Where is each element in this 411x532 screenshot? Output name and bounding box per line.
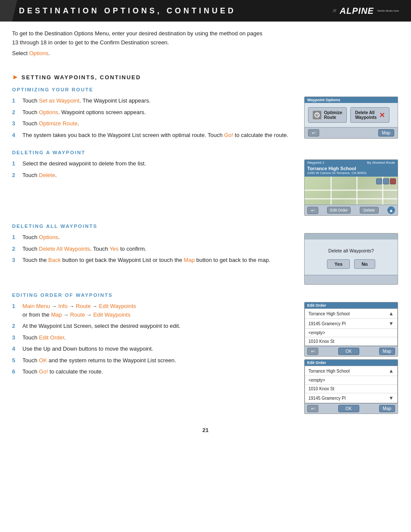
map-link[interactable]: Map: [184, 257, 195, 263]
optimize-route-button[interactable]: Optimize Route: [308, 107, 347, 123]
options-link[interactable]: Options: [29, 50, 49, 56]
yes-button[interactable]: Yes: [327, 259, 350, 269]
section-arrow-icon: ►: [12, 73, 19, 81]
list-item: 1010 Knox St: [305, 385, 397, 393]
delete-all-link[interactable]: Delete All Waypoints: [39, 246, 90, 252]
ok-link[interactable]: OK: [39, 357, 47, 364]
editing-order-title: EDITING ORDER OF WAYPOINTS: [12, 292, 399, 298]
info-link[interactable]: Info: [58, 303, 68, 309]
subsection-deleting-all: DELETING ALL WAYPOINTS 1 Touch Options. …: [12, 224, 399, 285]
up-arrow-icon[interactable]: ▲: [389, 311, 394, 317]
waypoint-footer: ↩ Map: [305, 127, 398, 138]
back-button[interactable]: ↩: [308, 129, 319, 137]
list-item: 4 Use the Up and Down buttons to move th…: [12, 345, 296, 353]
down-arrow-icon[interactable]: ▼: [389, 320, 394, 327]
back-button-4[interactable]: ↩: [307, 405, 318, 412]
up-arrow-icon-2[interactable]: ▲: [389, 368, 394, 374]
subsection-optimizing: OPTIMIZING YOUR ROUTE 1 Touch Set as Way…: [12, 87, 399, 142]
ok-button-1[interactable]: OK: [338, 348, 359, 355]
list-item: 1 Main Menu → Info → Route → Edit Waypoi…: [12, 302, 296, 319]
editing-order-list: 1 Main Menu → Info → Route → Edit Waypoi…: [12, 302, 296, 376]
optimizing-steps: 1 Touch Set as Waypoint. The Waypoint Li…: [12, 96, 296, 142]
list-item: 2 Touch Delete.: [12, 171, 296, 180]
edit-order-list-1: Torrance High School ▲ 19145 Gramercy Pl…: [305, 308, 398, 346]
options-link-2[interactable]: Options: [39, 109, 58, 115]
info-circle-icon: ▲: [387, 206, 395, 214]
edit-order-screen-2: Edit Order Torrance High School ▲ <empty…: [304, 359, 398, 414]
deleting-screenshot: Waypoint 2 By Shortest Route Torrance Hi…: [304, 159, 399, 216]
deleting-all-steps: 1 Touch Options. 2 Touch Delete All Wayp…: [12, 233, 296, 285]
delete-x-icon: ✕: [379, 111, 385, 119]
down-arrow-icon-2[interactable]: ▼: [389, 395, 394, 401]
list-item: Torrance High School ▲: [305, 366, 397, 376]
optimizing-content: 1 Touch Set as Waypoint. The Waypoint Li…: [12, 96, 399, 142]
route-link-2[interactable]: Route: [70, 311, 85, 318]
optimizing-list: 1 Touch Set as Waypoint. The Waypoint Li…: [12, 96, 296, 139]
list-item: 6 Touch Go! to calculate the route.: [12, 367, 296, 376]
screen-title-bar: Waypoint Options: [305, 97, 398, 103]
deleting-title: DELETING A WAYPOINT: [12, 150, 399, 155]
list-item: 3 Touch the Back button to get back the …: [12, 256, 296, 264]
edit-order-footer-1: ↩ OK Map: [305, 346, 398, 356]
page-header: DESTINATION OPTIONS, CONTINUED /// ALPIN…: [0, 0, 411, 22]
list-item: 3 Touch Edit Order.: [12, 333, 296, 342]
main-content: To get to the Destination Options Menu, …: [0, 22, 411, 445]
go-link-1[interactable]: Go!: [224, 132, 233, 138]
subsection-editing-order: EDITING ORDER OF WAYPOINTS 1 Main Menu →…: [12, 292, 399, 417]
subsection-deleting: DELETING A WAYPOINT 1 Select the desired…: [12, 150, 399, 216]
edit-waypoints-link-2[interactable]: Edit Waypoints: [93, 311, 130, 318]
section-header: ► SETTING WAYPOINTS, CONTINUED: [12, 73, 399, 81]
map-icons: [376, 178, 396, 184]
optimize-route-link[interactable]: Optimize Route: [39, 120, 78, 127]
back-link[interactable]: Back: [48, 257, 61, 263]
edit-order-list-2: Torrance High School ▲ <empty> 1010 Knox…: [305, 366, 398, 403]
list-item: 19145 Gramercy Pl ▼: [305, 319, 397, 329]
delete-button[interactable]: Delete: [360, 207, 379, 214]
list-item: <empty>: [305, 329, 397, 337]
main-menu-link[interactable]: Main Menu: [22, 303, 50, 309]
edit-order-button-2[interactable]: Edit Order: [327, 207, 351, 214]
intro-paragraph: To get to the Destination Options Menu, …: [12, 29, 399, 47]
delete-link[interactable]: Delete: [39, 172, 55, 178]
edit-waypoints-link[interactable]: Edit Waypoints: [99, 303, 136, 309]
editing-order-content: 1 Main Menu → Info → Route → Edit Waypoi…: [12, 302, 399, 417]
deleting-all-list: 1 Touch Options. 2 Touch Delete All Wayp…: [12, 233, 296, 264]
edit-order-footer-2: ↩ OK Map: [305, 403, 398, 414]
map-button-2[interactable]: Map: [379, 348, 395, 355]
deleting-all-content: 1 Touch Options. 2 Touch Delete All Wayp…: [12, 233, 399, 285]
go-link-2[interactable]: Go!: [39, 368, 48, 375]
options-link-3[interactable]: Options: [39, 234, 58, 240]
editing-order-steps: 1 Main Menu → Info → Route → Edit Waypoi…: [12, 302, 296, 417]
route-link[interactable]: Route: [76, 303, 91, 309]
back-button-3[interactable]: ↩: [307, 348, 318, 355]
deleting-steps: 1 Select the desired waypoint to delete …: [12, 159, 296, 216]
delete-all-waypoints-button[interactable]: Delete All Waypoints ✕: [350, 107, 389, 123]
ok-button-2[interactable]: OK: [338, 405, 359, 412]
map-link-2[interactable]: Map: [51, 311, 62, 318]
list-item: 1 Touch Set as Waypoint. The Waypoint Li…: [12, 96, 296, 105]
set-waypoint-link[interactable]: Set as Waypoint: [39, 97, 79, 104]
brand-slashes: ///: [333, 9, 336, 13]
back-button-2[interactable]: ↩: [307, 207, 318, 214]
list-item: 1010 Knox St: [305, 337, 397, 345]
brand-name: ALPINE: [340, 6, 374, 16]
waypoint2-title-bar: Waypoint 2 By Shortest Route: [305, 160, 398, 165]
list-item: 19145 Gramercy Pl ▼: [305, 393, 397, 403]
edit-order-link[interactable]: Edit Order: [39, 334, 64, 341]
no-button[interactable]: No: [354, 259, 375, 269]
delete-confirm-body: Delete all Waypoints? Yes No: [305, 240, 398, 275]
yes-link[interactable]: Yes: [109, 246, 118, 252]
map-button-3[interactable]: Map: [379, 405, 395, 412]
list-item: 3 Touch Optimize Route.: [12, 119, 296, 128]
edit-order-title-bar-1: Edit Order: [305, 302, 398, 308]
confirm-text: Delete all Waypoints?: [309, 248, 393, 253]
deleting-all-screenshot: Delete all Waypoints? Yes No: [304, 233, 399, 285]
map-button[interactable]: Map: [378, 129, 394, 137]
edit-order-screen-1: Edit Order Torrance High School ▲ 19145 …: [304, 302, 398, 357]
waypoint-options-body: Optimize Route Delete All Waypoints ✕: [305, 103, 398, 127]
list-item: 1 Select the desired waypoint to delete …: [12, 159, 296, 168]
optimizing-screenshot: Waypoint Options Optimize Route: [304, 96, 399, 142]
confirm-title-bar: [305, 233, 398, 240]
waypoint-options-screen: Waypoint Options Optimize Route: [304, 96, 398, 139]
waypoint2-map: [305, 177, 398, 205]
